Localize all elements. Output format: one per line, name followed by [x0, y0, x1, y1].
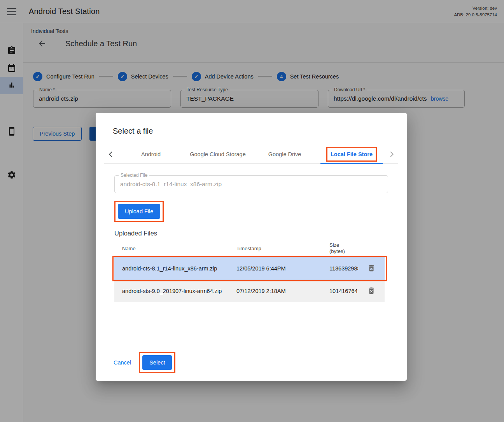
- select-file-dialog: Select a file Android Google Cloud Stora…: [96, 113, 407, 381]
- annotation-box-upload: Upload File: [114, 201, 164, 222]
- uploaded-files-table: Name Timestamp Size (bytes) android-cts-…: [114, 239, 385, 302]
- annotation-box-select: Select: [139, 352, 175, 373]
- delete-forever-icon: [367, 286, 376, 295]
- selected-file-field[interactable]: Selected File android-cts-8.1_r14-linux_…: [114, 175, 388, 193]
- cancel-button[interactable]: Cancel: [111, 357, 133, 368]
- header-name: Name: [114, 246, 236, 251]
- selected-file-label: Selected File: [119, 173, 149, 178]
- tabs-scroll-right-button[interactable]: [385, 145, 398, 164]
- header-size: Size (bytes): [329, 242, 358, 255]
- chevron-right-icon: [387, 150, 396, 159]
- tab-google-cloud-storage[interactable]: Google Cloud Storage: [184, 145, 251, 164]
- size-cell: 1136392988: [329, 265, 358, 272]
- table-row[interactable]: android-cts-8.1_r14-linux_x86-arm.zip 12…: [114, 257, 385, 280]
- timestamp-cell: 12/05/2019 6:44PM: [236, 265, 329, 272]
- file-source-tabs: Android Google Cloud Storage Google Driv…: [104, 145, 398, 164]
- uploaded-files-heading: Uploaded Files: [114, 230, 388, 237]
- tab-label: Android: [141, 151, 161, 157]
- tab-google-drive[interactable]: Google Drive: [251, 145, 318, 164]
- tab-local-file-store[interactable]: Local File Store: [318, 145, 385, 164]
- delete-forever-icon: [367, 264, 376, 272]
- annotation-box-tab: Local File Store: [326, 147, 377, 162]
- tabs-scroll-left-button[interactable]: [104, 145, 117, 164]
- file-name-cell: android-sts-9.0_201907-linux-arm64.zip: [114, 288, 236, 294]
- header-timestamp: Timestamp: [236, 246, 329, 251]
- upload-file-button[interactable]: Upload File: [118, 204, 160, 219]
- tab-label: Google Cloud Storage: [190, 151, 246, 157]
- selected-file-value: android-cts-8.1_r14-linux_x86-arm.zip: [115, 176, 388, 193]
- dialog-title: Select a file: [113, 127, 407, 136]
- chevron-left-icon: [107, 150, 115, 159]
- file-name-cell: android-cts-8.1_r14-linux_x86-arm.zip: [114, 265, 236, 272]
- table-header-row: Name Timestamp Size (bytes): [114, 239, 385, 257]
- tab-label: Google Drive: [268, 151, 301, 157]
- delete-file-button[interactable]: [366, 263, 376, 274]
- size-cell: 101416764: [329, 288, 358, 294]
- timestamp-cell: 07/12/2019 2:18AM: [236, 288, 329, 294]
- table-row[interactable]: android-sts-9.0_201907-linux-arm64.zip 0…: [114, 280, 385, 302]
- tab-android[interactable]: Android: [117, 145, 184, 164]
- tab-label: Local File Store: [331, 151, 373, 157]
- delete-file-button[interactable]: [366, 286, 376, 296]
- select-button[interactable]: Select: [142, 355, 172, 370]
